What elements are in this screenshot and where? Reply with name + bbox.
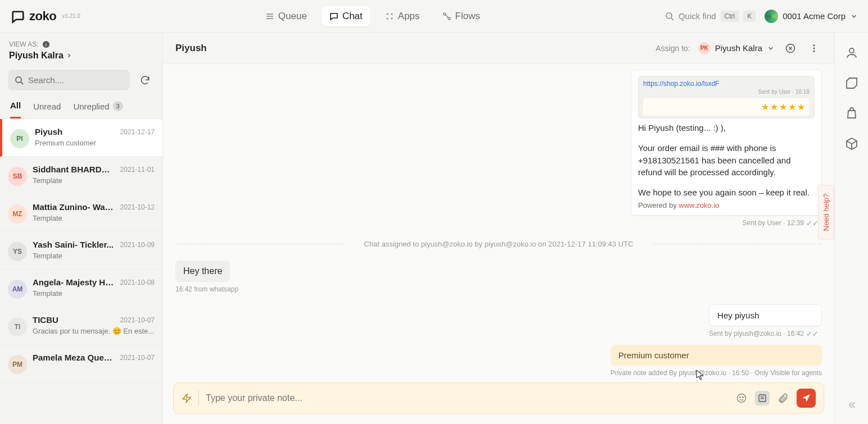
cube-icon[interactable]: [845, 137, 858, 151]
flows-icon: [442, 12, 451, 21]
quick-find-label: Quick find: [679, 11, 716, 21]
main: VIEW AS: i Piyush Kalra: [0, 33, 868, 424]
avatar: MZ: [8, 204, 27, 224]
tab-unread-label: Unread: [33, 102, 61, 111]
close-chat-button[interactable]: [783, 40, 798, 56]
nav-chat-label: Chat: [342, 11, 363, 22]
svg-rect-26: [759, 395, 766, 402]
conversation-item[interactable]: AMAngela- Majesty Ha...2021-10-08Templat…: [0, 270, 162, 307]
conv-top: TICBU2021-10-07: [33, 315, 155, 325]
svg-point-8: [448, 17, 450, 20]
message-meta-text: Sent by User · 12:39: [743, 219, 804, 227]
svg-point-5: [386, 17, 388, 19]
more-menu-button[interactable]: [806, 40, 822, 56]
tab-unreplied[interactable]: Unreplied 3: [73, 101, 123, 118]
composer-input[interactable]: [206, 393, 729, 403]
conv-top: Mattia Zunino- War...2021-10-12: [33, 202, 155, 212]
outgoing-meta: Sent by piyush@zoko.io · 16:42 ✓✓: [709, 330, 819, 338]
tab-all-label: All: [10, 101, 21, 110]
conv-body: Yash Saini- Tickler...2021-10-09Template: [33, 240, 155, 260]
powered-label: Powered by: [638, 201, 679, 209]
svg-line-11: [671, 18, 673, 20]
app-version: v3.21.0: [62, 13, 80, 19]
nav-flows[interactable]: Flows: [435, 6, 488, 26]
conv-top: Siddhant BHARDWA...2021-11-01: [33, 165, 155, 174]
message-body-1: Your order email is ### with phone is +9…: [638, 142, 815, 179]
chevron-right-icon: [66, 52, 73, 59]
tag-icon[interactable]: [845, 76, 858, 90]
avatar: PM: [8, 355, 27, 374]
info-icon[interactable]: i: [42, 40, 50, 48]
avatar: PI: [10, 129, 29, 148]
tab-unread[interactable]: Unread: [33, 101, 61, 118]
svg-point-23: [738, 394, 746, 403]
nav-chat[interactable]: Chat: [322, 6, 370, 26]
assign-picker[interactable]: PK Piyush Kalra: [698, 42, 775, 54]
chat-header: Piyush Assign to: PK Piyush Kalra: [163, 33, 834, 64]
powered-link[interactable]: www.zoko.io: [679, 201, 719, 209]
chat-header-right: Assign to: PK Piyush Kalra: [655, 40, 822, 56]
attachment-icon[interactable]: [777, 393, 789, 404]
conv-date: 2021-10-09: [120, 241, 155, 249]
message-incoming: Hey there 16:42 from whatsapp: [175, 261, 238, 293]
link-preview[interactable]: https://shop.zoko.io/lsxdF Sent by User …: [638, 76, 815, 118]
note-bubble: Premium customer: [611, 345, 822, 366]
conversation-list[interactable]: PIPiyush2021-12-17Premium customerSBSidd…: [0, 119, 162, 424]
message-greeting: Hi Piyush (testing... :) ),: [638, 122, 815, 134]
tab-unreplied-label: Unreplied: [73, 102, 109, 111]
org-switcher[interactable]: 0001 Acme Corp: [765, 10, 858, 23]
collapse-icon[interactable]: [846, 399, 857, 411]
svg-marker-22: [183, 394, 191, 403]
composer-icons: [736, 389, 816, 408]
conv-body: Piyush2021-12-17Premium customer: [35, 127, 155, 147]
refresh-button[interactable]: [135, 71, 155, 90]
chat-icon: [329, 12, 338, 21]
note-meta: Private note added By piyush@zoko.io · 1…: [611, 369, 822, 377]
conv-preview: Template: [33, 214, 155, 222]
view-as-value[interactable]: Piyush Kalra: [9, 51, 153, 61]
org-name: 0001 Acme Corp: [783, 11, 846, 21]
nav-apps-label: Apps: [398, 11, 420, 22]
conv-date: 2021-10-07: [120, 354, 155, 362]
assign-label: Assign to:: [655, 44, 690, 53]
nav-queue[interactable]: Queue: [257, 6, 315, 26]
search-input[interactable]: [28, 75, 123, 85]
conversation-item[interactable]: SBSiddhant BHARDWA...2021-11-01Template: [0, 157, 162, 194]
profile-icon[interactable]: [845, 46, 858, 60]
outgoing-meta-text: Sent by piyush@zoko.io · 16:42: [709, 330, 804, 338]
note-mode-icon[interactable]: [755, 391, 770, 405]
conversation-item[interactable]: PIPiyush2021-12-17Premium customer: [0, 119, 162, 157]
chat-title: Piyush: [175, 43, 207, 54]
logo-block: zoko v3.21.0: [10, 8, 80, 24]
svg-text:i: i: [46, 42, 47, 48]
logo-icon: [10, 8, 26, 24]
search-container[interactable]: [8, 70, 130, 90]
lightning-icon[interactable]: [182, 393, 192, 403]
svg-line-9: [445, 15, 448, 17]
quick-find[interactable]: Quick find Ctrl K: [665, 11, 756, 22]
emoji-icon[interactable]: [736, 393, 747, 404]
conversation-item[interactable]: PMPamela Meza Quev...2021-10-07: [0, 345, 162, 382]
need-help-tab[interactable]: Need help?: [818, 185, 834, 239]
nav-apps[interactable]: Apps: [377, 6, 428, 26]
tab-all[interactable]: All: [10, 101, 21, 118]
chevron-down-icon: [767, 44, 775, 52]
conv-date: 2021-12-17: [120, 128, 155, 136]
conv-top: Angela- Majesty Ha...2021-10-08: [33, 277, 155, 287]
search-icon: [15, 76, 24, 85]
bag-icon[interactable]: [845, 107, 858, 120]
kbd-ctrl: Ctrl: [721, 11, 739, 22]
svg-point-19: [813, 44, 815, 46]
avatar: YS: [8, 242, 27, 261]
send-button[interactable]: [797, 389, 816, 408]
conversation-item[interactable]: MZMattia Zunino- War...2021-10-12Templat…: [0, 194, 162, 232]
svg-point-10: [666, 13, 672, 19]
svg-point-4: [391, 13, 392, 15]
powered-by: Powered by www.zoko.io: [638, 201, 815, 209]
conversation-item[interactable]: TITICBU2021-10-07Gracias por tu mensaje.…: [0, 307, 162, 345]
conversation-item[interactable]: YSYash Saini- Tickler...2021-10-09Templa…: [0, 232, 162, 270]
chat-messages[interactable]: https://shop.zoko.io/lsxdF Sent by User …: [163, 64, 834, 378]
message-card: https://shop.zoko.io/lsxdF Sent by User …: [631, 70, 822, 216]
message-body-2: We hope to see you again soon – keep it …: [638, 186, 815, 199]
conv-preview: Premium customer: [35, 139, 155, 147]
